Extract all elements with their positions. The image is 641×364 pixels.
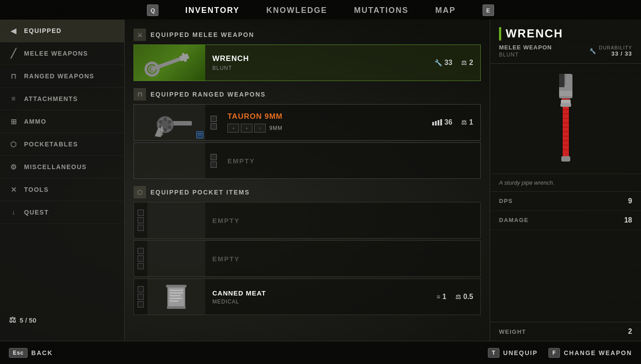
durability-value: 33 / 33 xyxy=(599,50,632,57)
main-content: ◀ EQUIPPED ╱ MELEE WEAPONS ⊓ RANGED WEAP… xyxy=(0,20,641,341)
pkt-sq-2c xyxy=(138,263,144,269)
ranged-slot-2-info: EMPTY xyxy=(220,153,480,169)
ammo-bars xyxy=(432,119,442,125)
bottom-right-actions: T UNEQUIP F CHANGE WEAPON xyxy=(488,348,632,358)
ranged-weapon-1-stats: 36 ⚖ 1 xyxy=(432,118,480,126)
weapon-detail-image xyxy=(490,64,641,174)
change-weapon-action[interactable]: F CHANGE WEAPON xyxy=(548,348,632,358)
ranged-slot-1[interactable]: 🛡 TAURON 9MM ▪ ▪ ○ 9MM xyxy=(134,104,481,141)
sidebar-item-tools[interactable]: ✕ TOOLS xyxy=(0,178,124,201)
unequip-action[interactable]: T UNEQUIP xyxy=(488,348,538,358)
svg-rect-27 xyxy=(559,74,564,87)
slot-sq-2 xyxy=(211,123,217,129)
pocket-section: ⬡ EQUIPPED POCKET ITEMS EMPTY xyxy=(134,186,481,315)
sidebar-item-quest[interactable]: ↓ QUEST xyxy=(0,201,124,224)
weight-value: 2 xyxy=(628,328,632,336)
pocket-3-thumbnail xyxy=(147,279,205,315)
ammo-count-icon xyxy=(432,119,442,125)
ammo-bar-1 xyxy=(432,122,434,125)
pkt-sq-1c xyxy=(138,225,144,231)
center-panel: ⚔ EQUIPPED MELEE WEAPON xyxy=(125,20,490,341)
pocket-3-indicator xyxy=(134,283,147,310)
change-weapon-key: F xyxy=(548,348,560,358)
svg-rect-17 xyxy=(170,290,183,291)
sidebar: ◀ EQUIPPED ╱ MELEE WEAPONS ⊓ RANGED WEAP… xyxy=(0,20,125,341)
durability-display: 🔧 DURABILITY 33 / 33 xyxy=(589,45,632,57)
durability-icon: 🔧 xyxy=(434,59,442,66)
unequip-label: UNEQUIP xyxy=(503,349,538,356)
nav-key-q: Q xyxy=(147,4,158,16)
sidebar-item-ammo[interactable]: ⊞ AMMO xyxy=(0,110,124,133)
pkt-sq-3a xyxy=(138,286,144,292)
ammo-icon-2: ▪ xyxy=(241,124,252,133)
tools-icon: ✕ xyxy=(9,185,19,194)
melee-weapon-thumbnail xyxy=(134,45,205,81)
tab-mutations[interactable]: MUTATIONS xyxy=(354,6,408,15)
ranged-weight-stat: ⚖ 1 xyxy=(461,118,473,126)
sidebar-item-attachments[interactable]: ≡ ATTACHMENTS xyxy=(0,88,124,110)
melee-icon: ╱ xyxy=(9,49,19,58)
shield-badge: 🛡 xyxy=(196,131,203,138)
change-weapon-label: CHANGE WEAPON xyxy=(564,349,632,356)
top-navigation: Q INVENTORY KNOWLEDGE MUTATIONS MAP E xyxy=(0,0,641,20)
sidebar-item-equipped[interactable]: ◀ EQUIPPED xyxy=(0,20,124,42)
melee-weapon-info: WRENCH BLUNT xyxy=(205,50,434,76)
ammo-icon-3: ○ xyxy=(254,124,266,133)
melee-section: ⚔ EQUIPPED MELEE WEAPON xyxy=(134,28,481,81)
tab-knowledge[interactable]: KNOWLEDGE xyxy=(266,6,327,15)
svg-rect-22 xyxy=(166,285,187,287)
pocket-section-title: EQUIPPED POCKET ITEMS xyxy=(150,189,250,196)
pkt-sq-3c xyxy=(138,301,144,307)
pocket-1-empty: EMPTY xyxy=(212,217,473,224)
tab-inventory[interactable]: INVENTORY xyxy=(185,6,239,15)
ranged-section-header: ⊓ EQUIPPED RANGED WEAPONS xyxy=(134,88,481,101)
ranged-slot-2-indicator xyxy=(207,154,220,168)
canned-meat-image xyxy=(161,283,192,310)
pocket-3-info: CANNED MEAT MEDICAL xyxy=(205,285,437,309)
durability-wrench-icon: 🔧 xyxy=(589,48,596,54)
damage-label: DAMAGE xyxy=(499,217,529,223)
pocket-1-thumbnail xyxy=(147,202,205,238)
sidebar-item-pocketables[interactable]: ⬡ POCKETABLES xyxy=(0,133,124,156)
svg-rect-18 xyxy=(170,292,183,294)
pocket-slot-3[interactable]: CANNED MEAT MEDICAL ≡ 1 ⚖ 0.5 xyxy=(134,279,481,315)
pocket-1-indicator xyxy=(134,207,147,234)
ranged-weapon-1-ammo-icons: ▪ ▪ ○ 9MM xyxy=(227,124,425,133)
ranged-weapon-1-info: TAURON 9MM ▪ ▪ ○ 9MM xyxy=(220,108,432,137)
melee-weapon-type: BLUNT xyxy=(212,65,427,71)
slot-sq-3 xyxy=(211,154,217,160)
pocket-2-thumbnail xyxy=(147,241,205,276)
stack-icon: ≡ xyxy=(437,293,440,300)
pkt-sq-1b xyxy=(138,217,144,223)
durability-header: DURABILITY xyxy=(599,45,632,50)
svg-rect-23 xyxy=(167,306,186,309)
tab-map[interactable]: MAP xyxy=(435,6,456,15)
ammo-bar-2 xyxy=(435,121,437,125)
melee-weapon-slot[interactable]: WRENCH BLUNT 🔧 33 ⚖ 2 xyxy=(134,44,481,81)
pocket-section-header: ⬡ EQUIPPED POCKET ITEMS xyxy=(134,186,481,198)
svg-rect-19 xyxy=(170,295,181,296)
svg-point-10 xyxy=(168,125,171,129)
canned-meat-name: CANNED MEAT xyxy=(212,289,430,297)
canned-meat-weight: ⚖ 0.5 xyxy=(455,293,473,301)
svg-rect-14 xyxy=(161,126,162,131)
ranged-slot-2-thumbnail xyxy=(134,143,205,178)
ammo-bar-4 xyxy=(440,119,442,125)
weight-stat-icon: ⚖ xyxy=(461,59,467,66)
svg-point-8 xyxy=(163,117,167,121)
ranged-weight-icon: ⚖ xyxy=(461,119,467,126)
ranged-icon: ⊓ xyxy=(9,71,19,81)
pocket-slot-1[interactable]: EMPTY xyxy=(134,202,481,239)
sidebar-item-melee-weapons[interactable]: ╱ MELEE WEAPONS xyxy=(0,42,124,65)
sidebar-item-miscellaneous[interactable]: ⚙ MISCELLANEOUS xyxy=(0,156,124,178)
back-action[interactable]: Esc BACK xyxy=(9,348,53,358)
detail-weapon-type-info: MELEE WEAPON BLUNT xyxy=(499,44,552,58)
pocket-slot-2[interactable]: EMPTY xyxy=(134,240,481,277)
ranged-slot-2[interactable]: EMPTY xyxy=(134,142,481,179)
pkt-sq-3b xyxy=(138,294,144,300)
dps-stat-row: DPS 9 xyxy=(490,192,641,211)
pocket-2-indicator xyxy=(134,245,147,272)
pkt-sq-1a xyxy=(138,210,144,216)
canned-meat-stack: ≡ 1 xyxy=(437,293,446,301)
sidebar-item-ranged-weapons[interactable]: ⊓ RANGED WEAPONS xyxy=(0,65,124,88)
